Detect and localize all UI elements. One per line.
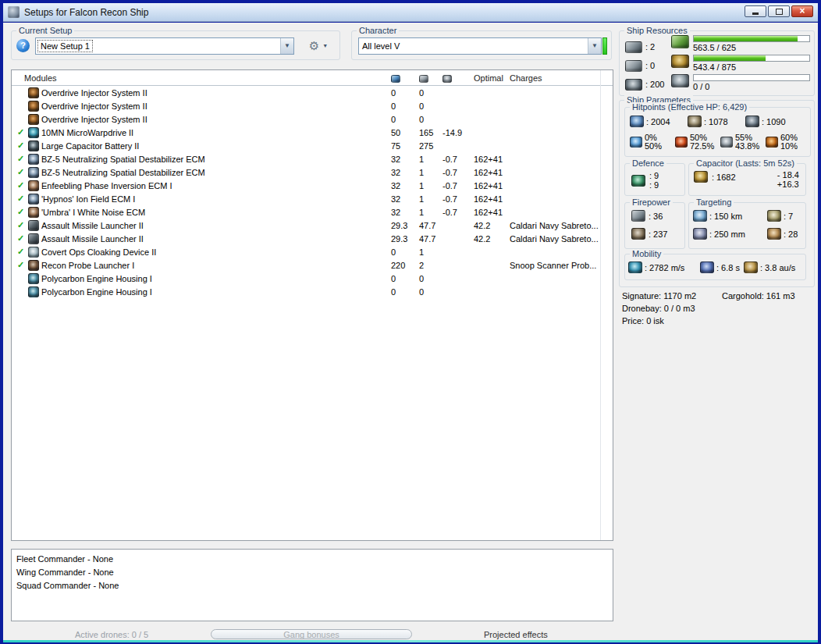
capacitor-recharge: +16.3 [777, 180, 799, 189]
module-row[interactable]: ✓ Covert Ops Cloaking Device II 0 1 [12, 245, 613, 258]
squad-commander-line[interactable]: Squad Commander - None [16, 581, 613, 594]
projected-effects-label[interactable]: Projected effects [484, 630, 548, 639]
module-optimal: 162+41 [474, 194, 510, 204]
module-charges: Caldari Navy Sabreto... [510, 234, 613, 244]
ship-summary: Signature: 1170 m2 Cargohold: 161 m3 Dro… [622, 291, 817, 329]
module-row[interactable]: ✓ 10MN MicroWarpdrive II 50 165 -14.9 [12, 126, 613, 139]
capacitor-amount: : 1682 [712, 173, 736, 182]
module-row[interactable]: ✓ Large Capacitor Battery II 75 275 [12, 139, 613, 152]
window-title: Setups for Falcon Recon Ship [24, 7, 148, 18]
dps-icon [631, 228, 645, 240]
module-pg: 0 [419, 287, 442, 297]
module-cpu: 29.3 [391, 234, 419, 244]
module-row[interactable]: Overdrive Injector System II 0 0 [12, 112, 613, 126]
module-icon [28, 194, 39, 205]
warp-speed-icon [744, 262, 758, 273]
capacitor-column-icon [442, 75, 452, 83]
thermal-armor-resist: 72.5% [690, 142, 714, 151]
maximize-button[interactable] [768, 5, 790, 17]
module-row[interactable]: Polycarbon Engine Housing I 0 0 [12, 272, 613, 285]
capacitor-drain: - 18.4 [777, 170, 799, 180]
module-icon [28, 154, 39, 165]
setup-select[interactable]: New Setup 1 ▼ [35, 37, 294, 55]
module-row[interactable]: ✓ BZ-5 Neutralizing Spatial Destabilizer… [12, 152, 613, 165]
module-name: Covert Ops Cloaking Device II [41, 247, 391, 257]
module-icon [28, 101, 39, 112]
wing-commander-line[interactable]: Wing Commander - None [16, 568, 613, 581]
targeting-range-value: : 150 km [709, 212, 742, 221]
module-cpu: 220 [391, 261, 419, 270]
module-cpu: 0 [391, 115, 419, 124]
module-active-check: ✓ [12, 127, 28, 137]
help-icon[interactable]: ? [16, 39, 30, 52]
module-row[interactable]: Polycarbon Engine Housing I 0 0 [12, 285, 613, 298]
module-active-check: ✓ [12, 180, 28, 190]
module-row[interactable]: ✓ Assault Missile Launcher II 29.3 47.7 … [12, 219, 613, 232]
character-dropdown-button[interactable]: ▼ [588, 38, 601, 54]
scan-resolution-value: : 250 mm [709, 229, 745, 239]
align-time-icon [700, 262, 714, 273]
gang-bonuses-bar[interactable]: Gang bonuses [211, 629, 412, 639]
setup-tools-button[interactable]: ⚙ ▼ [302, 38, 335, 54]
active-drones-label: Active drones: 0 / 5 [75, 630, 148, 639]
fleet-commander-line[interactable]: Fleet Commander - None [16, 554, 613, 568]
module-active-check: ✓ [12, 207, 28, 217]
module-icon [28, 114, 39, 125]
firepower-group: Firepower : 36 : 237 [624, 202, 685, 249]
setup-dropdown-button[interactable]: ▼ [280, 38, 293, 54]
character-value: All level V [359, 41, 588, 52]
ship-resources-group: Ship Resources : 2 : 0 : 200 563.5 / 625 [619, 30, 815, 96]
ship-parameters-group: Ship Parameters Hitpoints (Effective HP:… [619, 100, 815, 287]
turret-hardpoints-icon [625, 41, 642, 53]
module-icon [28, 220, 39, 231]
titlebar[interactable]: Setups for Falcon Recon Ship × [3, 3, 818, 22]
module-name: Polycarbon Engine Housing I [41, 287, 391, 297]
max-velocity-value: : 2782 m/s [645, 263, 684, 272]
module-optimal: 162+41 [474, 181, 510, 190]
defence-top-value: : 9 [649, 171, 659, 180]
module-row[interactable]: ✓ 'Umbra' I White Noise ECM 32 1 -0.7 16… [12, 205, 613, 219]
minimize-icon [752, 12, 759, 15]
kinetic-resist-icon [720, 137, 733, 148]
module-name: Overdrive Injector System II [41, 88, 391, 98]
close-button[interactable]: × [791, 5, 813, 17]
hardpoints-column: : 2 : 0 : 200 [625, 37, 664, 94]
module-row[interactable]: Overdrive Injector System II 0 0 [12, 86, 613, 99]
character-select[interactable]: All level V ▼ [358, 37, 602, 55]
module-row[interactable]: Overdrive Injector System II 0 0 [12, 99, 613, 112]
powergrid-usage-value: 543.4 / 875 [693, 62, 810, 72]
dronebay-icon [671, 74, 689, 87]
module-row[interactable]: ✓ Assault Missile Launcher II 29.3 47.7 … [12, 232, 613, 245]
armor-hp-value: : 1078 [704, 117, 728, 126]
module-pg: 275 [419, 141, 442, 151]
module-icon [28, 87, 39, 98]
module-row[interactable]: ✓ 'Hypnos' Ion Field ECM I 32 1 -0.7 162… [12, 192, 613, 205]
em-armor-resist: 50% [645, 142, 662, 151]
module-pg: 47.7 [419, 234, 442, 244]
tools-icon: ⚙ [309, 40, 319, 52]
powergrid-bar-fill [694, 55, 766, 61]
cpu-usage-value: 563.5 / 625 [693, 43, 810, 52]
module-pg: 0 [419, 101, 442, 111]
module-pg: 1 [419, 155, 442, 164]
module-optimal: 42.2 [474, 234, 510, 244]
module-icon [28, 141, 39, 151]
minimize-button[interactable] [745, 5, 766, 17]
module-icon [28, 233, 39, 244]
character-group: Character All level V ▼ [351, 30, 612, 60]
warp-speed-value: : 3.8 au/s [760, 263, 795, 272]
module-row[interactable]: ✓ Enfeebling Phase Inversion ECM I 32 1 … [12, 179, 613, 192]
module-row[interactable]: ✓ BZ-5 Neutralizing Spatial Destabilizer… [12, 165, 613, 179]
ship-resources-label: Ship Resources [624, 26, 690, 35]
cpu-bar-fill [694, 36, 798, 41]
module-cpu: 32 [391, 181, 419, 190]
module-icon [28, 180, 39, 191]
launcher-hardpoints-value: : 0 [645, 61, 655, 70]
module-charges: Snoop Scanner Prob... [510, 261, 613, 270]
module-cpu: 50 [391, 128, 419, 137]
module-active-check: ✓ [12, 260, 28, 270]
dronebay-usage-value: 0 / 0 [693, 82, 810, 91]
firepower-label: Firepower [630, 197, 673, 207]
powergrid-icon [671, 55, 689, 68]
module-row[interactable]: ✓ Recon Probe Launcher I 220 2 Snoop Sca… [12, 258, 613, 272]
